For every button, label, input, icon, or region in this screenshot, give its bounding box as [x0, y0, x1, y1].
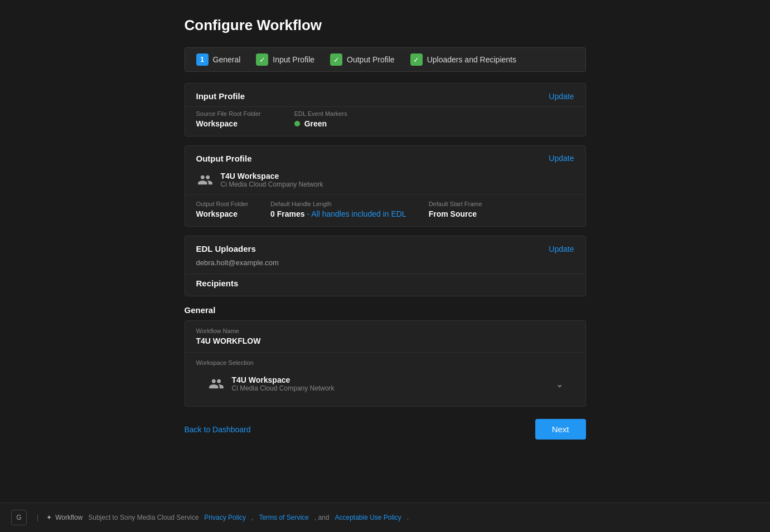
step-badge-general: 1: [196, 53, 209, 66]
footer-privacy-link[interactable]: Privacy Policy: [204, 514, 246, 521]
output-profile-card: Output Profile Update T4U Workspace Ci M…: [185, 145, 586, 227]
workspace-selection-field: Workspace Selection T4U Workspace Ci Med…: [185, 353, 585, 406]
footer-tos-link[interactable]: Terms of Service: [259, 514, 308, 521]
step-check-uploaders: ✓: [410, 53, 423, 66]
output-profile-update-link[interactable]: Update: [549, 154, 574, 163]
step-check-input-profile: ✓: [256, 53, 268, 66]
footer-workflow-label: Workflow: [55, 514, 83, 521]
footer-subject-text: Subject to Sony Media Cloud Service: [88, 514, 198, 521]
uploaders-email-text: debra.holt@example.com: [196, 258, 279, 267]
step-label-input-profile: Input Profile: [273, 55, 314, 64]
handle-length-frames: 0 Frames: [270, 209, 304, 218]
uploaders-update-link[interactable]: Update: [549, 245, 574, 253]
source-root-folder-field: Source File Root Folder Workspace: [196, 110, 261, 128]
chevron-down-icon[interactable]: ⌄: [556, 379, 563, 389]
green-dot-icon: [294, 121, 300, 126]
output-profile-workspace: T4U Workspace Ci Media Cloud Company Net…: [185, 169, 585, 194]
step-label-uploaders: Uploaders and Recipients: [427, 55, 516, 64]
handle-length-field: Default Handle Length 0 Frames - All han…: [270, 201, 406, 218]
edl-event-field: EDL Event Markers Green: [294, 110, 347, 128]
footer-comma1: ,: [251, 514, 253, 521]
general-workspace-info: T4U Workspace Ci Media Cloud Company Net…: [232, 375, 335, 392]
step-output-profile[interactable]: ✓ Output Profile: [330, 53, 395, 66]
uploaders-card: EDL Uploaders Update debra.holt@example.…: [185, 236, 586, 296]
uploaders-title: EDL Uploaders: [196, 244, 256, 253]
general-card: Workflow Name T4U WORKFLOW Workspace Sel…: [185, 320, 586, 407]
start-frame-value: From Source: [429, 209, 482, 218]
footer-period: .: [407, 514, 409, 521]
edl-event-value: Green: [304, 119, 327, 128]
uploaders-email: debra.holt@example.com: [185, 257, 585, 274]
footer-divider: |: [37, 514, 38, 521]
input-profile-update-link[interactable]: Update: [549, 92, 574, 101]
workspace-select-row[interactable]: T4U Workspace Ci Media Cloud Company Net…: [196, 368, 574, 399]
footer-aup-link[interactable]: Acceptable Use Policy: [335, 514, 401, 521]
workspace-selection-label: Workspace Selection: [196, 359, 574, 366]
back-to-dashboard-link[interactable]: Back to Dashboard: [185, 425, 251, 434]
output-profile-top: Output Profile Update: [185, 146, 585, 169]
output-root-folder-label: Output Root Folder: [196, 201, 249, 207]
handle-length-note: - All handles included in EDL: [307, 209, 406, 218]
start-frame-label: Default Start Frame: [429, 201, 482, 207]
input-profile-fields: Source File Root Folder Workspace EDL Ev…: [185, 106, 585, 136]
output-profile-title: Output Profile: [196, 154, 252, 163]
output-workspace-sub: Ci Media Cloud Company Network: [221, 180, 323, 188]
bottom-bar: Back to Dashboard Next: [185, 409, 586, 450]
handle-length-value: 0 Frames - All handles included in EDL: [270, 209, 406, 218]
input-profile-title: Input Profile: [196, 91, 245, 101]
general-workspace-item: T4U Workspace Ci Media Cloud Company Net…: [207, 375, 335, 393]
workspace-icon: [196, 171, 214, 189]
source-root-folder-value: Workspace: [196, 119, 261, 128]
recipients-label: Recipients: [196, 279, 239, 288]
step-uploaders[interactable]: ✓ Uploaders and Recipients: [410, 53, 516, 66]
steps-bar: 1 General ✓ Input Profile ✓ Output Profi…: [185, 47, 586, 72]
step-check-output-profile: ✓: [330, 53, 342, 66]
output-workspace-name: T4U Workspace: [221, 172, 323, 180]
step-general[interactable]: 1 General: [196, 53, 241, 66]
input-profile-card: Input Profile Update Source File Root Fo…: [185, 83, 586, 136]
output-workspace-info: T4U Workspace Ci Media Cloud Company Net…: [221, 172, 323, 188]
workflow-name-field: Workflow Name T4U WORKFLOW: [185, 321, 585, 353]
step-label-general: General: [213, 55, 241, 64]
edl-marker-row: Green: [294, 119, 347, 128]
source-root-folder-label: Source File Root Folder: [196, 110, 261, 117]
general-section-label: General: [185, 305, 586, 315]
uploaders-recipients: Recipients: [185, 274, 585, 296]
output-workspace-item: T4U Workspace Ci Media Cloud Company Net…: [196, 171, 574, 189]
footer-spark-icon: ✦: [46, 514, 52, 521]
footer-workflow: ✦ Workflow: [46, 514, 83, 521]
output-root-folder-field: Output Root Folder Workspace: [196, 201, 249, 218]
footer-logo: G: [11, 510, 27, 525]
general-workspace-sub: Ci Media Cloud Company Network: [232, 384, 335, 392]
handle-length-label: Default Handle Length: [270, 201, 406, 207]
start-frame-field: Default Start Frame From Source: [429, 201, 482, 218]
input-profile-header: Input Profile Update: [185, 84, 585, 106]
output-root-folder-value: Workspace: [196, 209, 249, 218]
output-profile-fields: Output Root Folder Workspace Default Han…: [185, 194, 585, 226]
uploaders-top: EDL Uploaders Update: [185, 236, 585, 257]
edl-event-label: EDL Event Markers: [294, 110, 347, 117]
page-title: Configure Workflow: [185, 17, 586, 34]
footer-comma2: , and: [314, 514, 330, 521]
general-workspace-icon: [207, 375, 225, 393]
general-workspace-name: T4U Workspace: [232, 375, 335, 384]
step-label-output-profile: Output Profile: [347, 55, 395, 64]
workflow-name-label: Workflow Name: [196, 328, 574, 334]
workflow-name-value: T4U WORKFLOW: [196, 336, 574, 345]
next-button[interactable]: Next: [535, 419, 586, 440]
footer: G | ✦ Workflow Subject to Sony Media Clo…: [0, 502, 770, 532]
step-input-profile[interactable]: ✓ Input Profile: [256, 53, 314, 66]
